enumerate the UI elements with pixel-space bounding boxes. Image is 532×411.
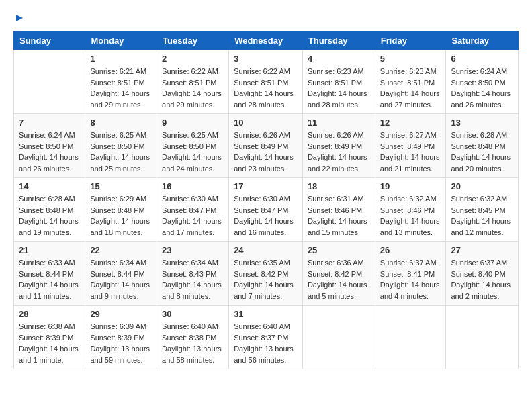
calendar-cell: 27Sunrise: 6:37 AMSunset: 8:40 PMDayligh…: [446, 242, 519, 306]
day-number: 23: [162, 245, 224, 255]
calendar-cell: [14, 50, 85, 114]
calendar-cell: 20Sunrise: 6:32 AMSunset: 8:45 PMDayligh…: [446, 178, 519, 242]
day-info: Sunrise: 6:36 AMSunset: 8:42 PMDaylight:…: [308, 257, 370, 302]
calendar-header-sunday: Sunday: [14, 32, 85, 50]
calendar-cell: [375, 306, 446, 369]
calendar-cell: 23Sunrise: 6:34 AMSunset: 8:43 PMDayligh…: [157, 242, 229, 306]
day-info: Sunrise: 6:37 AMSunset: 8:40 PMDaylight:…: [451, 257, 513, 302]
calendar-cell: 4Sunrise: 6:23 AMSunset: 8:51 PMDaylight…: [302, 50, 375, 114]
day-number: 29: [90, 309, 152, 319]
day-number: 20: [451, 181, 513, 191]
calendar-cell: 25Sunrise: 6:36 AMSunset: 8:42 PMDayligh…: [302, 242, 375, 306]
calendar-cell: 1Sunrise: 6:21 AMSunset: 8:51 PMDaylight…: [85, 50, 157, 114]
calendar-week-row: 21Sunrise: 6:33 AMSunset: 8:44 PMDayligh…: [14, 242, 519, 306]
calendar-cell: 17Sunrise: 6:30 AMSunset: 8:47 PMDayligh…: [229, 178, 303, 242]
day-info: Sunrise: 6:35 AMSunset: 8:42 PMDaylight:…: [234, 257, 298, 302]
calendar-header-thursday: Thursday: [302, 32, 375, 50]
day-info: Sunrise: 6:30 AMSunset: 8:47 PMDaylight:…: [162, 193, 224, 238]
day-number: 12: [380, 118, 441, 128]
calendar-cell: 15Sunrise: 6:29 AMSunset: 8:48 PMDayligh…: [85, 178, 157, 242]
calendar-cell: 10Sunrise: 6:26 AMSunset: 8:49 PMDayligh…: [229, 114, 303, 178]
day-info: Sunrise: 6:25 AMSunset: 8:50 PMDaylight:…: [162, 130, 224, 174]
calendar-header-saturday: Saturday: [446, 32, 519, 50]
day-number: 31: [234, 309, 298, 319]
calendar-header-wednesday: Wednesday: [229, 32, 303, 50]
day-number: 8: [90, 118, 152, 128]
calendar-cell: 14Sunrise: 6:28 AMSunset: 8:48 PMDayligh…: [14, 178, 85, 242]
day-number: 25: [308, 245, 370, 255]
day-info: Sunrise: 6:40 AMSunset: 8:37 PMDaylight:…: [234, 321, 298, 365]
calendar-cell: 30Sunrise: 6:40 AMSunset: 8:38 PMDayligh…: [157, 306, 229, 369]
day-number: 7: [19, 118, 80, 128]
calendar-table: SundayMondayTuesdayWednesdayThursdayFrid…: [13, 31, 519, 369]
calendar-cell: 9Sunrise: 6:25 AMSunset: 8:50 PMDaylight…: [157, 114, 229, 178]
day-number: 24: [234, 245, 298, 255]
day-number: 11: [308, 118, 370, 128]
calendar-cell: 18Sunrise: 6:31 AMSunset: 8:46 PMDayligh…: [302, 178, 375, 242]
calendar-cell: 16Sunrise: 6:30 AMSunset: 8:47 PMDayligh…: [157, 178, 229, 242]
day-number: 18: [308, 181, 370, 191]
day-number: 30: [162, 309, 224, 319]
calendar-cell: [446, 306, 519, 369]
day-number: 26: [380, 245, 441, 255]
day-number: 17: [234, 181, 298, 191]
calendar-header-monday: Monday: [85, 32, 157, 50]
day-info: Sunrise: 6:27 AMSunset: 8:49 PMDaylight:…: [380, 130, 441, 174]
day-info: Sunrise: 6:29 AMSunset: 8:48 PMDaylight:…: [90, 193, 152, 238]
day-number: 16: [162, 181, 224, 191]
calendar-week-row: 14Sunrise: 6:28 AMSunset: 8:48 PMDayligh…: [14, 178, 519, 242]
calendar-body: 1Sunrise: 6:21 AMSunset: 8:51 PMDaylight…: [14, 50, 519, 369]
day-info: Sunrise: 6:37 AMSunset: 8:41 PMDaylight:…: [380, 257, 441, 302]
day-number: 2: [162, 54, 224, 64]
calendar-header-friday: Friday: [375, 32, 446, 50]
day-info: Sunrise: 6:25 AMSunset: 8:50 PMDaylight:…: [90, 130, 152, 174]
day-info: Sunrise: 6:31 AMSunset: 8:46 PMDaylight:…: [308, 193, 370, 238]
calendar-cell: 22Sunrise: 6:34 AMSunset: 8:44 PMDayligh…: [85, 242, 157, 306]
calendar-week-row: 7Sunrise: 6:24 AMSunset: 8:50 PMDaylight…: [14, 114, 519, 178]
day-info: Sunrise: 6:38 AMSunset: 8:39 PMDaylight:…: [19, 321, 80, 365]
day-number: 5: [380, 54, 441, 64]
logo-arrow-icon: [15, 13, 24, 26]
day-info: Sunrise: 6:32 AMSunset: 8:45 PMDaylight:…: [451, 193, 513, 238]
day-number: 27: [451, 245, 513, 255]
calendar-cell: 7Sunrise: 6:24 AMSunset: 8:50 PMDaylight…: [14, 114, 85, 178]
day-info: Sunrise: 6:26 AMSunset: 8:49 PMDaylight:…: [234, 130, 298, 174]
day-info: Sunrise: 6:28 AMSunset: 8:48 PMDaylight:…: [19, 193, 80, 238]
day-number: 6: [451, 54, 513, 64]
day-number: 28: [19, 309, 80, 319]
calendar-week-row: 1Sunrise: 6:21 AMSunset: 8:51 PMDaylight…: [14, 50, 519, 114]
calendar-header-tuesday: Tuesday: [157, 32, 229, 50]
calendar-cell: 26Sunrise: 6:37 AMSunset: 8:41 PMDayligh…: [375, 242, 446, 306]
day-number: 10: [234, 118, 298, 128]
day-info: Sunrise: 6:34 AMSunset: 8:44 PMDaylight:…: [90, 257, 152, 302]
day-info: Sunrise: 6:22 AMSunset: 8:51 PMDaylight:…: [234, 66, 298, 110]
calendar-cell: 31Sunrise: 6:40 AMSunset: 8:37 PMDayligh…: [229, 306, 303, 369]
day-info: Sunrise: 6:24 AMSunset: 8:50 PMDaylight:…: [19, 130, 80, 174]
day-info: Sunrise: 6:32 AMSunset: 8:46 PMDaylight:…: [380, 193, 441, 238]
calendar-cell: 28Sunrise: 6:38 AMSunset: 8:39 PMDayligh…: [14, 306, 85, 369]
calendar-cell: 11Sunrise: 6:26 AMSunset: 8:49 PMDayligh…: [302, 114, 375, 178]
day-number: 15: [90, 181, 152, 191]
day-info: Sunrise: 6:40 AMSunset: 8:38 PMDaylight:…: [162, 321, 224, 365]
day-number: 14: [19, 181, 80, 191]
svg-marker-0: [16, 15, 23, 21]
day-number: 1: [90, 54, 152, 64]
day-info: Sunrise: 6:26 AMSunset: 8:49 PMDaylight:…: [308, 130, 370, 174]
calendar-cell: 6Sunrise: 6:24 AMSunset: 8:50 PMDaylight…: [446, 50, 519, 114]
page-header: [13, 13, 519, 26]
day-info: Sunrise: 6:24 AMSunset: 8:50 PMDaylight:…: [451, 66, 513, 110]
day-info: Sunrise: 6:22 AMSunset: 8:51 PMDaylight:…: [162, 66, 224, 110]
calendar-cell: 8Sunrise: 6:25 AMSunset: 8:50 PMDaylight…: [85, 114, 157, 178]
day-info: Sunrise: 6:23 AMSunset: 8:51 PMDaylight:…: [380, 66, 441, 110]
calendar-cell: 21Sunrise: 6:33 AMSunset: 8:44 PMDayligh…: [14, 242, 85, 306]
calendar-header-row: SundayMondayTuesdayWednesdayThursdayFrid…: [14, 32, 519, 50]
day-number: 13: [451, 118, 513, 128]
day-info: Sunrise: 6:33 AMSunset: 8:44 PMDaylight:…: [19, 257, 80, 302]
logo: [13, 13, 24, 26]
day-number: 4: [308, 54, 370, 64]
day-number: 9: [162, 118, 224, 128]
calendar-cell: 13Sunrise: 6:28 AMSunset: 8:48 PMDayligh…: [446, 114, 519, 178]
day-info: Sunrise: 6:30 AMSunset: 8:47 PMDaylight:…: [234, 193, 298, 238]
calendar-cell: 2Sunrise: 6:22 AMSunset: 8:51 PMDaylight…: [157, 50, 229, 114]
day-number: 3: [234, 54, 298, 64]
